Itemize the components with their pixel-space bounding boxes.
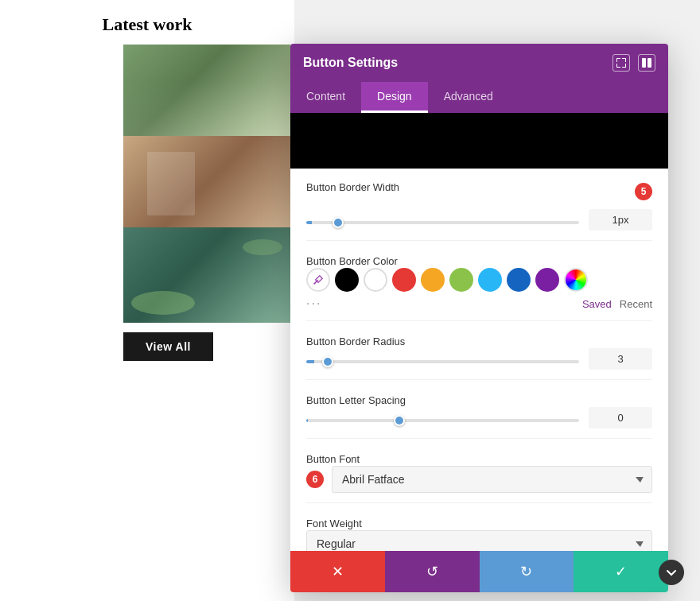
- settings-body: Button Border Width 5 1px Button Border …: [290, 169, 668, 551]
- border-radius-slider-container: [306, 352, 579, 366]
- confirm-button[interactable]: ✓: [574, 551, 668, 592]
- color-preview-bar: [290, 113, 668, 169]
- font-weight-select[interactable]: Regular Bold Italic Bold Italic: [306, 530, 652, 551]
- panel-header: Button Settings: [290, 44, 668, 82]
- border-color-section: Button Border Color: [306, 241, 652, 321]
- cancel-button[interactable]: ✕: [290, 551, 385, 592]
- undo-button[interactable]: ↺: [385, 551, 480, 592]
- letter-spacing-slider-row: 0: [306, 407, 652, 428]
- redo-button[interactable]: ↻: [480, 551, 574, 592]
- border-radius-slider-row: 3: [306, 348, 652, 370]
- color-saved-row: ··· Saved Recent: [306, 297, 652, 311]
- columns-icon[interactable]: [638, 54, 655, 72]
- more-dots[interactable]: ···: [306, 297, 321, 311]
- color-swatch-red[interactable]: [392, 268, 416, 292]
- color-swatch-rainbow[interactable]: [564, 268, 588, 292]
- panel-header-icons: [612, 54, 655, 72]
- tab-content[interactable]: Content: [290, 82, 361, 113]
- color-swatch-purple[interactable]: [535, 268, 559, 292]
- view-all-button[interactable]: View All: [123, 332, 213, 361]
- border-width-input[interactable]: 1px: [589, 209, 652, 231]
- preview-image-1: [123, 45, 294, 136]
- border-radius-label: Button Border Radius: [306, 335, 405, 347]
- eyedropper-swatch[interactable]: [306, 268, 330, 292]
- panel-footer: ✕ ↺ ↻ ✓: [290, 551, 668, 592]
- border-color-label: Button Border Color: [306, 255, 398, 267]
- letter-spacing-section: Button Letter Spacing 0: [306, 380, 652, 439]
- color-swatch-light-blue[interactable]: [478, 268, 502, 292]
- font-select[interactable]: Abril Fatface Arial Georgia Roboto: [332, 466, 652, 493]
- preview-image-2: [123, 136, 294, 227]
- letter-spacing-slider-container: [306, 411, 579, 425]
- border-radius-section: Button Border Radius 3: [306, 321, 652, 380]
- border-radius-slider[interactable]: [306, 360, 579, 363]
- letter-spacing-label: Button Letter Spacing: [306, 394, 406, 406]
- font-weight-label: Font Weight: [306, 518, 362, 529]
- font-section: Button Font 6 Abril Fatface Arial Georgi…: [306, 439, 652, 503]
- panel-title: Button Settings: [303, 56, 398, 70]
- tab-design[interactable]: Design: [361, 82, 428, 113]
- letter-spacing-slider[interactable]: [306, 419, 579, 422]
- recent-label[interactable]: Recent: [620, 298, 652, 310]
- tab-advanced[interactable]: Advanced: [428, 82, 509, 113]
- letter-spacing-input[interactable]: 0: [589, 407, 652, 428]
- border-radius-input[interactable]: 3: [589, 348, 652, 370]
- settings-panel: Button Settings Content Design Advanced: [290, 44, 668, 592]
- color-swatch-lime[interactable]: [449, 268, 473, 292]
- preview-image-3: [123, 227, 294, 323]
- svg-rect-1: [648, 58, 651, 68]
- website-preview: Latest work View All: [0, 0, 294, 601]
- color-swatch-black[interactable]: [335, 268, 359, 292]
- scroll-down-icon: [659, 560, 684, 585]
- font-weight-section: Font Weight Regular Bold Italic Bold Ita…: [306, 503, 652, 551]
- font-dropdown-wrapper: Abril Fatface Arial Georgia Roboto ▼: [332, 466, 652, 493]
- font-select-row: 6 Abril Fatface Arial Georgia Roboto ▼: [306, 466, 652, 493]
- expand-icon[interactable]: [612, 54, 630, 72]
- border-width-slider-container: [306, 213, 579, 227]
- saved-label[interactable]: Saved: [582, 298, 612, 310]
- font-label: Button Font: [306, 453, 360, 465]
- font-weight-select-wrapper: Regular Bold Italic Bold Italic ▼: [306, 530, 652, 551]
- panel-content[interactable]: Button Border Width 5 1px Button Border …: [290, 113, 668, 551]
- border-width-section: Button Border Width 5 1px: [306, 169, 652, 241]
- preview-images: [0, 45, 294, 323]
- font-badge: 6: [306, 471, 324, 488]
- preview-title: Latest work: [0, 0, 294, 45]
- color-swatch-white[interactable]: [364, 268, 387, 292]
- color-swatch-orange[interactable]: [421, 268, 445, 292]
- border-width-label: Button Border Width: [306, 181, 399, 193]
- border-width-slider-row: 1px: [306, 209, 652, 231]
- svg-rect-0: [642, 58, 646, 68]
- border-width-slider[interactable]: [306, 221, 579, 224]
- panel-tabs: Content Design Advanced: [290, 82, 668, 113]
- border-width-badge: 5: [635, 183, 652, 200]
- color-swatch-blue[interactable]: [507, 268, 531, 292]
- color-swatches-row: [306, 268, 652, 292]
